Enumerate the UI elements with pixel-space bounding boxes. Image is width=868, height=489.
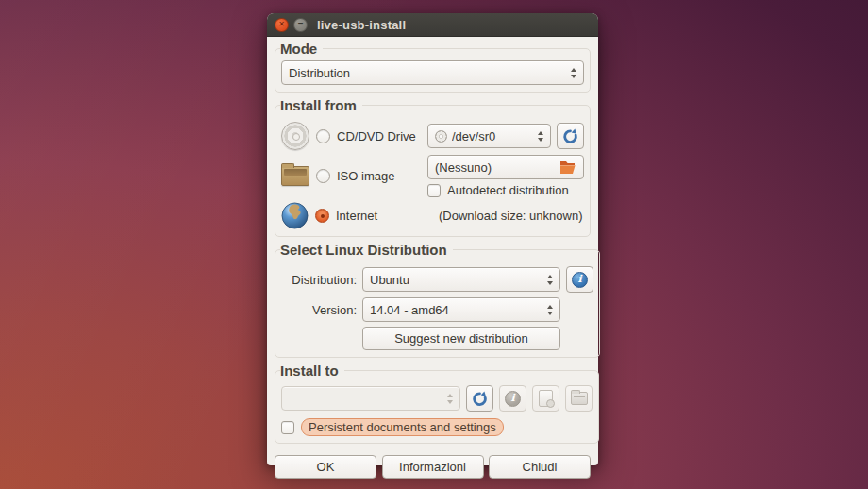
info-icon [572,272,588,288]
informazioni-button[interactable]: Informazioni [382,455,484,479]
cd-drive-radio-label: CD/DVD Drive [337,129,416,143]
close-icon[interactable] [275,18,289,32]
spinner-arrows-icon [547,305,553,315]
cd-disc-small-icon [435,130,447,143]
install-from-section: Install from CD/DVD Drive /dev/sr0 [275,97,591,237]
persistent-checkbox[interactable] [281,421,294,434]
distribution-info-button[interactable] [566,266,593,293]
iso-file-value: (Nessuno) [435,160,555,175]
persistent-row: Persistent documents and settings [281,418,593,436]
autodetect-checkbox[interactable] [427,184,441,197]
autodetect-row: Autodetect distribution [427,183,584,197]
mode-section: Mode Distribution [275,41,591,93]
autodetect-checkbox-label: Autodetect distribution [447,183,569,197]
mode-combobox[interactable]: Distribution [281,60,584,85]
cd-drive-radio[interactable] [316,129,330,143]
ok-button[interactable]: OK [275,455,376,479]
dialog-content: Mode Distribution Install from CD/DVD Dr… [267,37,598,484]
cd-drive-row: CD/DVD Drive /dev/sr0 [281,122,584,150]
window-title: live-usb-install [317,18,406,32]
refresh-targets-button[interactable] [466,385,493,412]
target-browse-button [565,385,593,412]
cd-device-value: /dev/sr0 [452,129,533,143]
chiudi-button[interactable]: Chiudi [489,455,591,479]
target-info-button [499,385,526,412]
mode-section-label: Mode [280,41,323,57]
titlebar: live-usb-install [267,13,598,37]
version-combobox[interactable]: 14.04 - amd64 [362,297,560,322]
spinner-arrows-icon [571,68,576,78]
install-to-section-label: Install to [280,363,344,379]
cd-device-combobox[interactable]: /dev/sr0 [427,124,551,148]
spinner-arrows-icon [447,394,453,404]
internet-radio[interactable] [315,209,329,223]
distribution-value: Ubuntu [370,273,542,287]
informazioni-button-label: Informazioni [399,460,466,474]
target-eject-button [532,385,559,412]
distribution-label: Distribution: [281,273,357,287]
install-from-section-label: Install from [280,97,362,113]
document-icon [539,390,553,407]
open-folder-icon [559,160,576,175]
distribution-combobox[interactable]: Ubuntu [362,267,560,292]
select-distribution-section: Select Linux Distribution Distribution: … [275,242,600,358]
info-icon [505,391,521,407]
ok-button-label: OK [317,460,335,474]
minimize-icon[interactable] [293,18,308,32]
spinner-arrows-icon [538,131,543,142]
select-distribution-section-label: Select Linux Distribution [280,242,453,258]
suggest-distribution-button[interactable]: Suggest new distribution [362,327,560,350]
version-row: Version: 14.04 - amd64 [281,297,593,322]
refresh-drives-button[interactable] [557,123,584,149]
folder-icon [571,392,588,405]
iso-radio-label: ISO image [337,169,394,183]
chiudi-button-label: Chiudi [523,460,558,474]
target-device-combobox[interactable] [281,386,460,411]
install-to-section: Install to [275,363,599,444]
iso-radio[interactable] [316,169,330,183]
dialog-footer: OK Informazioni Chiudi [275,455,591,479]
download-size-text: (Download size: unknown) [427,209,582,223]
refresh-icon [472,391,488,407]
mode-combobox-value: Distribution [289,66,566,80]
version-value: 14.04 - amd64 [370,303,542,317]
live-usb-install-window: live-usb-install Mode Distribution Insta… [267,13,598,465]
globe-icon [281,202,309,229]
refresh-icon [562,128,578,144]
iso-row: ISO image (Nessuno) Autodetect distribut… [281,155,584,197]
distribution-row: Distribution: Ubuntu [281,266,593,293]
persistent-checkbox-label: Persistent documents and settings [301,418,504,436]
cd-disc-icon [281,122,309,150]
iso-file-chooser-button[interactable]: (Nessuno) [427,155,584,179]
internet-row: Internet (Download size: unknown) [281,202,584,229]
suggest-row: Suggest new distribution [281,327,593,350]
target-row [281,385,593,412]
version-label: Version: [281,303,357,317]
folder-icon [281,166,309,186]
suggest-distribution-button-label: Suggest new distribution [394,331,528,346]
internet-radio-label: Internet [336,209,377,223]
spinner-arrows-icon [547,275,553,285]
